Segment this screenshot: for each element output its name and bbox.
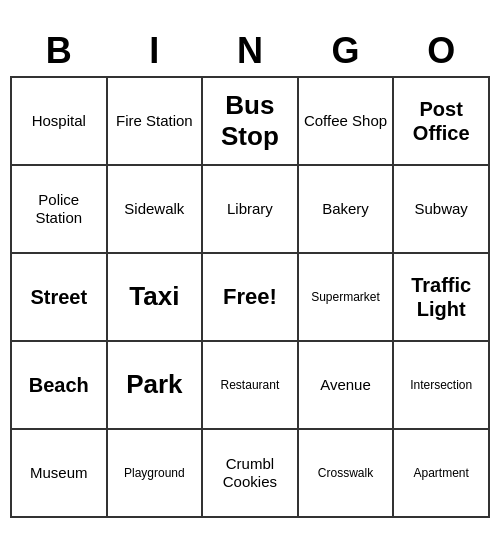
bingo-cell-1-3[interactable]: Bakery (298, 165, 394, 253)
cell-text-4-1: Playground (124, 466, 185, 480)
header-letter-n: N (202, 26, 298, 77)
bingo-cell-0-3[interactable]: Coffee Shop (298, 77, 394, 165)
cell-text-1-0: Police Station (35, 191, 82, 226)
bingo-cell-3-0[interactable]: Beach (11, 341, 107, 429)
cell-text-0-0: Hospital (32, 112, 86, 129)
bingo-cell-1-0[interactable]: Police Station (11, 165, 107, 253)
cell-text-4-3: Crosswalk (318, 466, 373, 480)
bingo-cell-1-2[interactable]: Library (202, 165, 298, 253)
bingo-cell-1-4[interactable]: Subway (393, 165, 489, 253)
cell-text-1-4: Subway (414, 200, 467, 217)
cell-text-2-1: Taxi (129, 281, 179, 311)
cell-text-4-2: Crumbl Cookies (223, 455, 277, 490)
bingo-header: BINGO (11, 26, 489, 77)
bingo-cell-2-4[interactable]: Traffic Light (393, 253, 489, 341)
bingo-cell-3-4[interactable]: Intersection (393, 341, 489, 429)
cell-text-3-3: Avenue (320, 376, 371, 393)
bingo-card: BINGO HospitalFire StationBus StopCoffee… (10, 26, 490, 518)
cell-text-3-4: Intersection (410, 378, 472, 392)
bingo-cell-4-1[interactable]: Playground (107, 429, 203, 517)
cell-text-3-0: Beach (29, 374, 89, 396)
bingo-row-4: MuseumPlaygroundCrumbl CookiesCrosswalkA… (11, 429, 489, 517)
bingo-cell-2-0[interactable]: Street (11, 253, 107, 341)
cell-text-1-3: Bakery (322, 200, 369, 217)
bingo-row-3: BeachParkRestaurantAvenueIntersection (11, 341, 489, 429)
cell-text-2-4: Traffic Light (411, 274, 471, 320)
bingo-row-1: Police StationSidewalkLibraryBakerySubwa… (11, 165, 489, 253)
cell-text-3-1: Park (126, 369, 182, 399)
cell-text-1-2: Library (227, 200, 273, 217)
cell-text-2-0: Street (30, 286, 87, 308)
header-letter-g: G (298, 26, 394, 77)
cell-text-4-4: Apartment (414, 466, 469, 480)
bingo-cell-2-3[interactable]: Supermarket (298, 253, 394, 341)
header-letter-i: I (107, 26, 203, 77)
bingo-cell-3-1[interactable]: Park (107, 341, 203, 429)
bingo-cell-4-2[interactable]: Crumbl Cookies (202, 429, 298, 517)
bingo-cell-4-4[interactable]: Apartment (393, 429, 489, 517)
cell-text-0-4: Post Office (413, 98, 470, 144)
bingo-cell-2-1[interactable]: Taxi (107, 253, 203, 341)
bingo-row-0: HospitalFire StationBus StopCoffee ShopP… (11, 77, 489, 165)
bingo-cell-4-3[interactable]: Crosswalk (298, 429, 394, 517)
cell-text-2-2: Free! (223, 284, 277, 309)
bingo-cell-0-1[interactable]: Fire Station (107, 77, 203, 165)
bingo-cell-3-3[interactable]: Avenue (298, 341, 394, 429)
bingo-cell-3-2[interactable]: Restaurant (202, 341, 298, 429)
cell-text-0-2: Bus Stop (221, 90, 279, 151)
header-letter-b: B (11, 26, 107, 77)
cell-text-3-2: Restaurant (221, 378, 280, 392)
bingo-row-2: StreetTaxiFree!SupermarketTraffic Light (11, 253, 489, 341)
bingo-body: HospitalFire StationBus StopCoffee ShopP… (11, 77, 489, 517)
cell-text-4-0: Museum (30, 464, 88, 481)
cell-text-1-1: Sidewalk (124, 200, 184, 217)
bingo-cell-2-2[interactable]: Free! (202, 253, 298, 341)
cell-text-2-3: Supermarket (311, 290, 380, 304)
bingo-cell-1-1[interactable]: Sidewalk (107, 165, 203, 253)
bingo-cell-0-2[interactable]: Bus Stop (202, 77, 298, 165)
cell-text-0-1: Fire Station (116, 112, 193, 129)
bingo-cell-0-4[interactable]: Post Office (393, 77, 489, 165)
bingo-cell-4-0[interactable]: Museum (11, 429, 107, 517)
bingo-cell-0-0[interactable]: Hospital (11, 77, 107, 165)
header-letter-o: O (393, 26, 489, 77)
cell-text-0-3: Coffee Shop (304, 112, 387, 129)
